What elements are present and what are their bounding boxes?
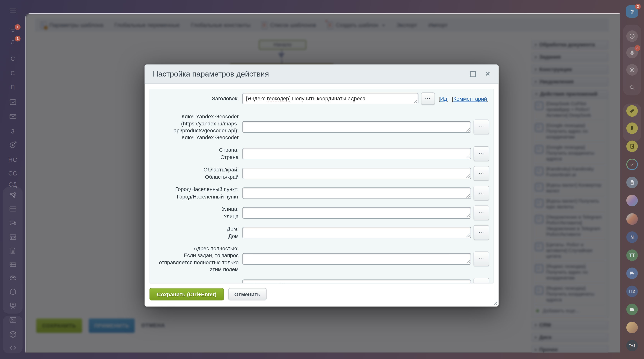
- ellipsis-label: ...: [478, 208, 484, 214]
- ellipsis-button[interactable]: ...: [474, 120, 489, 134]
- avatar-3[interactable]: [626, 322, 638, 333]
- field-input[interactable]: [242, 253, 471, 265]
- link-wrap: [Комментарий]: [452, 96, 488, 102]
- code-icon[interactable]: [0, 343, 26, 354]
- misspelled-word: геокодер: [267, 95, 289, 102]
- t-plus-1-button[interactable]: T+1: [626, 340, 638, 351]
- link-app-button[interactable]: [626, 105, 638, 117]
- ellipsis-button[interactable]: ...: [474, 205, 489, 220]
- field-label-description: Дом: [228, 233, 239, 239]
- sidebar-item-rail-sd[interactable]: СД: [0, 179, 26, 190]
- document-app-button-wrap: [620, 177, 644, 188]
- link-комментарий[interactable]: Комментарий: [453, 96, 487, 102]
- avatar-2[interactable]: [626, 213, 638, 225]
- chat-bubbles-button[interactable]: [626, 267, 638, 279]
- maximize-icon[interactable]: [470, 71, 476, 77]
- chat-tt-button-wrap: TT: [620, 249, 644, 261]
- chat-tt-button[interactable]: TT: [626, 249, 638, 261]
- field-input[interactable]: Welcomeapp [1]: [242, 280, 471, 284]
- resize-grip-icon[interactable]: [466, 128, 470, 132]
- ellipsis-button[interactable]: ...: [474, 186, 489, 200]
- chat-icon[interactable]: [0, 218, 26, 230]
- resize-grip-icon[interactable]: [466, 213, 470, 217]
- link-icon: [629, 108, 636, 114]
- document-icon[interactable]: [0, 246, 26, 257]
- field-label-text: Страна:: [219, 147, 239, 153]
- inbox-check-icon[interactable]: [0, 97, 26, 109]
- field-row: Страна:Страна...: [153, 146, 488, 161]
- bell-icon: [629, 49, 636, 56]
- sidebar-item-rail-s2[interactable]: С: [0, 67, 26, 79]
- ellipsis-label: ...: [478, 123, 484, 129]
- target-icon[interactable]: [0, 140, 26, 151]
- dialog-cancel-button[interactable]: Отменить: [228, 288, 266, 300]
- ellipsis-button[interactable]: ...: [474, 225, 489, 240]
- search-button[interactable]: [626, 82, 638, 93]
- close-icon[interactable]: ✕: [485, 70, 490, 78]
- chat-icon: [8, 219, 17, 229]
- field-input[interactable]: [242, 167, 471, 179]
- drive-icon[interactable]: [0, 259, 26, 271]
- field-input[interactable]: [242, 121, 471, 133]
- ellipsis-button[interactable]: ...: [474, 278, 489, 283]
- field-row: Дом:Дом...: [153, 225, 488, 240]
- field-row: Заголовок:[Яндекс геокодер] Получить коо…: [153, 92, 488, 105]
- browser-card-icon[interactable]: [0, 204, 26, 215]
- dialog-save-button[interactable]: Сохранить (Ctrl+Enter): [150, 288, 224, 300]
- link-ид[interactable]: Ид: [440, 96, 447, 102]
- chat-p2-button[interactable]: П2: [626, 285, 638, 297]
- presentation-icon[interactable]: [0, 300, 26, 312]
- field-row: Ключ Yandex Geocoder (https://yandex.ru/…: [153, 113, 488, 141]
- resize-grip-icon[interactable]: [466, 174, 470, 178]
- field-input[interactable]: [242, 207, 471, 218]
- resize-grip-icon[interactable]: [466, 154, 470, 158]
- clock-app-button[interactable]: [626, 159, 638, 170]
- button-label: ?: [630, 8, 634, 15]
- bookmark-app-button[interactable]: [626, 123, 638, 134]
- button-label: T+1: [629, 343, 636, 347]
- ellipsis-button[interactable]: ...: [474, 166, 489, 181]
- document-app-button[interactable]: [626, 177, 638, 188]
- help-button[interactable]: ?2: [626, 5, 638, 18]
- door-app-button[interactable]: [626, 141, 638, 152]
- ellipsis-button[interactable]: ...: [474, 251, 489, 266]
- field-row: Улица:Улица...: [153, 205, 488, 220]
- people-icon[interactable]: [0, 273, 26, 284]
- menu-icon[interactable]: [0, 6, 26, 17]
- sidebar-item-rail-p[interactable]: П: [0, 81, 26, 93]
- sidebar-item-rail-ss[interactable]: СС: [0, 168, 26, 179]
- calendar-icon[interactable]: [0, 232, 26, 243]
- sidebar-item-rail-s1[interactable]: С: [0, 53, 26, 65]
- resize-grip-icon[interactable]: [466, 194, 470, 198]
- notifications-button[interactable]: 3: [626, 47, 638, 58]
- contact-card-icon[interactable]: [0, 315, 26, 326]
- filter-icon[interactable]: 1: [0, 25, 26, 37]
- sidebar-item-rail-l[interactable]: Л1: [0, 37, 26, 48]
- field-input[interactable]: [242, 227, 471, 238]
- presentation-icon: [8, 301, 17, 311]
- field-input[interactable]: [242, 187, 471, 199]
- field-label: Улица:Улица: [153, 206, 239, 220]
- copilot-button[interactable]: [626, 31, 638, 42]
- sidebar-item-label: НС: [8, 157, 17, 163]
- ellipsis-button[interactable]: ...: [474, 146, 489, 161]
- sidebar-item-rail-z[interactable]: З: [0, 126, 26, 137]
- sidebar-item-rail-ns[interactable]: НС: [0, 154, 26, 166]
- cube-icon[interactable]: [0, 329, 26, 340]
- messenger-button[interactable]: [626, 64, 638, 76]
- chat-p2-button-wrap: П2: [620, 285, 644, 297]
- mail-icon[interactable]: [0, 111, 26, 123]
- resize-grip-icon[interactable]: [466, 233, 470, 237]
- hexagon-icon[interactable]: [0, 287, 26, 298]
- ellipsis-label: ...: [478, 228, 484, 234]
- avatar-1[interactable]: [626, 195, 638, 206]
- news-app-button[interactable]: [626, 304, 638, 315]
- network-icon[interactable]: [0, 190, 26, 202]
- ellipsis-button[interactable]: ...: [421, 92, 435, 105]
- sidebar-item-label: СД: [8, 181, 17, 188]
- resize-grip-icon[interactable]: [466, 260, 470, 263]
- chat-n-button[interactable]: N: [626, 231, 638, 243]
- field-input[interactable]: [Яндекс геокодер] Получить координаты ад…: [242, 93, 418, 104]
- field-input[interactable]: [242, 148, 471, 159]
- sidebar-item-label: З: [11, 128, 14, 135]
